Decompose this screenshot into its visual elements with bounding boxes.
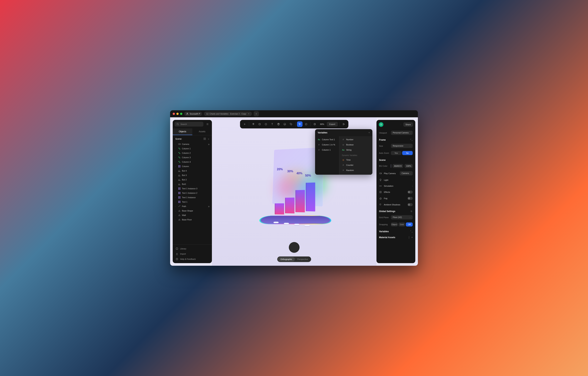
tree-item[interactable]: ›Column 1 bbox=[173, 146, 211, 151]
autozoom-yes[interactable]: Yes bbox=[391, 151, 401, 155]
canvas[interactable]: 66% Export 20% bbox=[212, 117, 377, 266]
tab-assets[interactable]: Assets bbox=[192, 129, 212, 135]
settings-icon[interactable] bbox=[410, 210, 413, 213]
add-scene-icon[interactable]: + bbox=[208, 138, 209, 140]
frame-tool[interactable] bbox=[312, 121, 317, 127]
add-tab-button[interactable]: + bbox=[254, 111, 259, 116]
tree-item[interactable]: ›But 4 bbox=[173, 169, 211, 173]
ambient-toggle[interactable] bbox=[408, 203, 413, 206]
bgcolor-opacity[interactable]: 100% bbox=[405, 164, 413, 168]
minimize-icon[interactable] bbox=[176, 113, 178, 115]
avatar[interactable]: S bbox=[379, 122, 384, 127]
user-chip[interactable]: Sourasith P bbox=[184, 112, 202, 116]
text-tool[interactable] bbox=[269, 121, 275, 127]
tree-item[interactable]: ›Wall bbox=[173, 213, 211, 217]
tree-item[interactable]: ›Base Floor bbox=[173, 217, 211, 222]
light-row[interactable]: Light› bbox=[377, 177, 415, 183]
import-button[interactable]: Import bbox=[173, 251, 212, 257]
expand-icon[interactable] bbox=[410, 139, 413, 141]
export-button[interactable]: Export bbox=[327, 122, 338, 127]
3d-tool[interactable] bbox=[276, 121, 281, 127]
ai-tool[interactable] bbox=[251, 121, 256, 127]
dynamic-variable-option[interactable]: #Counter bbox=[339, 162, 372, 168]
grid-icon[interactable] bbox=[203, 138, 206, 140]
tree-item[interactable]: ⌄Column bbox=[173, 164, 211, 169]
document-tab[interactable]: 12. Charts and Variables - Exercise 2 - … bbox=[204, 112, 252, 116]
visibility-icon[interactable]: ◉ bbox=[208, 143, 210, 145]
variable-type-option[interactable]: #Number bbox=[339, 137, 372, 142]
tree-item[interactable]: ›But1 bbox=[173, 182, 211, 186]
tree-item[interactable]: ›Text 1 bbox=[173, 200, 211, 204]
variable-item[interactable]: #Column 1 bbox=[315, 147, 339, 152]
bgcolor-swatch[interactable] bbox=[391, 164, 391, 168]
emoji-tool[interactable] bbox=[282, 121, 287, 127]
bar-1[interactable] bbox=[275, 203, 284, 215]
gridplane-select[interactable]: Floor (XZ)⌄ bbox=[391, 215, 413, 219]
play-camera-select[interactable]: Camera⌄ bbox=[400, 171, 413, 175]
help-button[interactable]: Help & Feedback bbox=[173, 257, 212, 262]
dynamic-variable-option[interactable]: ◷Time bbox=[339, 157, 372, 162]
size-select[interactable]: Responsive⌄ bbox=[391, 144, 413, 148]
tree-item[interactable]: ›Camera◉ bbox=[173, 142, 211, 146]
fog-row[interactable]: Fog bbox=[377, 195, 415, 202]
search-input[interactable]: Search bbox=[175, 122, 203, 127]
tree-item[interactable]: ›Text 1 Instance bbox=[173, 195, 211, 200]
snap-object[interactable]: Object bbox=[391, 222, 398, 226]
perspective-button[interactable]: Perspective bbox=[295, 257, 310, 261]
play-button[interactable] bbox=[341, 121, 346, 127]
effects-row[interactable]: Effects bbox=[377, 189, 415, 195]
variable-item[interactable]: #Column 1 in % bbox=[315, 142, 339, 147]
bar-3[interactable] bbox=[295, 190, 305, 212]
add-variable-icon[interactable]: + bbox=[368, 131, 370, 134]
menu-button[interactable] bbox=[205, 122, 210, 127]
add-object-button[interactable] bbox=[242, 121, 247, 127]
tab-objects[interactable]: Objects bbox=[173, 129, 192, 135]
snap-off[interactable]: Off bbox=[406, 222, 413, 226]
close-tab-icon[interactable]: ✕ bbox=[248, 112, 250, 115]
library-button[interactable]: Library bbox=[173, 246, 212, 251]
bgcolor-value[interactable]: A6A5C9 bbox=[393, 164, 403, 168]
plus-button-4[interactable] bbox=[304, 225, 310, 226]
tree-item[interactable]: ›Text 1 Instance 3 bbox=[173, 186, 211, 191]
variable-item[interactable]: AaColumn Text 1 bbox=[315, 137, 339, 142]
bar-2[interactable] bbox=[285, 198, 294, 214]
tree-item[interactable]: ⌄Base Shape bbox=[173, 209, 211, 213]
variable-type-option[interactable]: ⊙Boolean bbox=[339, 142, 372, 147]
tree-item[interactable]: ›Text 1 Instance 2 bbox=[173, 191, 211, 195]
snap-grid[interactable]: Grid bbox=[399, 222, 405, 226]
maximize-icon[interactable] bbox=[180, 113, 182, 115]
tree-item[interactable]: ›But 3 bbox=[173, 173, 211, 177]
tree-item[interactable]: ›Path◉ bbox=[173, 204, 211, 209]
variable-type-option[interactable]: AaString bbox=[339, 147, 372, 152]
dynamic-variable-option[interactable]: #Random bbox=[339, 168, 372, 173]
tree-item[interactable]: ›Column 3 bbox=[173, 155, 211, 160]
expand-icon[interactable] bbox=[410, 230, 413, 233]
plus-button-2[interactable] bbox=[284, 223, 289, 224]
add-material-icon[interactable]: ⋮ + bbox=[408, 236, 413, 239]
tag-tool[interactable] bbox=[288, 121, 294, 127]
plus-button-1[interactable] bbox=[273, 222, 279, 223]
bar-4[interactable] bbox=[306, 183, 315, 211]
ellipse-tool[interactable] bbox=[263, 121, 269, 127]
share-button[interactable]: Share bbox=[403, 122, 413, 127]
tree-item-label: Text 1 Instance bbox=[182, 196, 196, 199]
zoom-level[interactable]: 66% bbox=[318, 123, 326, 125]
orbit-gizmo[interactable] bbox=[289, 242, 300, 253]
tree-item[interactable]: ›Column 2 bbox=[173, 151, 211, 155]
comment-tool[interactable] bbox=[303, 121, 309, 127]
tree-item[interactable]: ›But 2 bbox=[173, 177, 211, 182]
effects-toggle[interactable] bbox=[408, 191, 413, 193]
rectangle-tool[interactable] bbox=[257, 121, 262, 127]
close-icon[interactable] bbox=[173, 113, 175, 115]
autozoom-no[interactable]: No bbox=[402, 151, 413, 155]
orthographic-button[interactable]: Orthographic bbox=[278, 257, 295, 261]
tree-item[interactable]: ›Column 4 bbox=[173, 160, 211, 164]
visibility-icon[interactable]: ◉ bbox=[208, 205, 210, 207]
cursor-tool[interactable] bbox=[297, 121, 303, 127]
plus-button-3[interactable] bbox=[294, 224, 299, 225]
simulation-row[interactable]: Simulation› bbox=[377, 183, 415, 189]
viewport-select[interactable]: Personal Camera⌄ bbox=[391, 131, 413, 135]
ambient-row[interactable]: Ambient Shadows bbox=[377, 202, 415, 208]
chevron-icon: › bbox=[175, 197, 177, 198]
fog-toggle[interactable] bbox=[408, 197, 413, 200]
